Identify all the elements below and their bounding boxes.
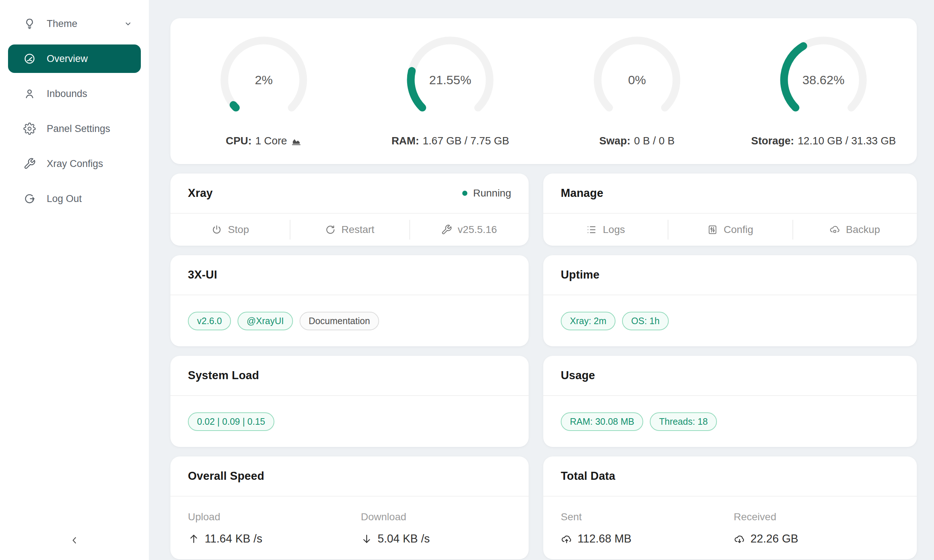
sidebar-item-label: Xray Configs — [47, 158, 103, 169]
power-icon — [211, 224, 222, 235]
cpu-gauge: 2% CPU: 1 Core — [170, 18, 357, 164]
chevron-left-icon — [69, 535, 80, 546]
swap-gauge-chart: 0% — [592, 34, 683, 125]
sidebar-item-label: Panel Settings — [47, 123, 110, 135]
restart-button[interactable]: Restart — [290, 214, 409, 246]
sidebar-item-theme[interactable]: Theme — [8, 9, 141, 38]
dashboard-icon — [23, 52, 36, 65]
storage-gauge-label: Storage: 12.10 GB / 31.33 GB — [751, 135, 896, 147]
wrench-icon — [23, 157, 36, 170]
xrayui-badge[interactable]: @XrayUI — [237, 312, 293, 330]
overall-speed-card-title: Overall Speed — [188, 469, 264, 483]
arrow-down-icon — [361, 533, 373, 545]
manage-card-title: Manage — [561, 187, 603, 200]
storage-gauge-value: 38.62% — [803, 73, 845, 87]
xray-card: Xray Running Stop Restart — [170, 174, 529, 246]
backup-button[interactable]: Backup — [792, 214, 917, 246]
ram-gauge-value: 21.55% — [429, 73, 472, 87]
documentation-badge[interactable]: Documentation — [299, 312, 379, 330]
chevron-down-icon — [123, 19, 133, 28]
version-badge[interactable]: v2.6.0 — [188, 312, 231, 330]
threads-badge: Threads: 18 — [650, 412, 717, 431]
swap-gauge-label: Swap: 0 B / 0 B — [599, 135, 675, 147]
upload-speed-value: 11.64 KB /s — [205, 532, 262, 545]
upload-speed-stat: Upload 11.64 KB /s — [188, 511, 361, 559]
xray-card-title: Xray — [188, 187, 213, 200]
download-speed-value: 5.04 KB /s — [378, 532, 430, 545]
sent-value: 112.68 MB — [578, 532, 632, 545]
cpu-gauge-value: 2% — [255, 73, 273, 87]
sidebar-item-label: Log Out — [47, 193, 82, 205]
config-icon — [707, 224, 718, 235]
total-data-card-title: Total Data — [561, 469, 615, 483]
xui-card-title: 3X-UI — [188, 268, 217, 282]
sidebar: Theme Overview Inbounds — [0, 0, 149, 560]
sidebar-item-label: Theme — [47, 18, 77, 29]
usage-card-title: Usage — [561, 369, 595, 382]
upload-label: Upload — [188, 511, 361, 523]
usage-card: Usage RAM: 30.08 MB Threads: 18 — [543, 356, 917, 447]
area-chart-icon[interactable] — [291, 135, 302, 146]
sidebar-item-overview[interactable]: Overview — [8, 45, 141, 73]
running-status-label: Running — [473, 188, 511, 199]
swap-gauge: 0% Swap: 0 B / 0 B — [544, 18, 731, 164]
xray-status: Running — [462, 188, 511, 199]
cpu-gauge-label: CPU: 1 Core — [226, 135, 302, 147]
xray-version-button[interactable]: v25.5.16 — [409, 214, 529, 246]
download-speed-stat: Download 5.04 KB /s — [361, 511, 529, 559]
received-stat: Received 22.26 GB — [734, 511, 907, 559]
uptime-card-title: Uptime — [561, 268, 600, 282]
config-button[interactable]: Config — [668, 214, 792, 246]
uptime-card: Uptime Xray: 2m OS: 1h — [543, 255, 917, 346]
xui-card: 3X-UI v2.6.0 @XrayUI Documentation — [170, 255, 529, 346]
arrow-up-icon — [188, 533, 200, 545]
backup-icon — [829, 224, 840, 235]
received-value: 22.26 GB — [751, 532, 798, 545]
user-icon — [23, 88, 36, 100]
ram-gauge-chart: 21.55% — [405, 34, 496, 125]
storage-gauge: 38.62% Storage: 12.10 GB / 31.33 GB — [731, 18, 917, 164]
load-average-badge: 0.02 | 0.09 | 0.15 — [188, 412, 274, 431]
logs-icon — [586, 224, 597, 235]
overall-speed-card: Overall Speed Upload 11.64 KB /s Downloa… — [170, 457, 529, 559]
restart-icon — [325, 224, 336, 235]
sidebar-collapse-button[interactable] — [0, 527, 149, 554]
sidebar-item-label: Inbounds — [47, 88, 87, 100]
cloud-upload-icon — [561, 533, 572, 545]
running-status-dot — [462, 191, 467, 196]
sidebar-item-log-out[interactable]: Log Out — [8, 185, 141, 213]
stop-button[interactable]: Stop — [170, 214, 290, 246]
ram-gauge-label: RAM: 1.67 GB / 7.75 GB — [391, 135, 509, 147]
storage-gauge-chart: 38.62% — [778, 34, 869, 125]
logout-icon — [23, 192, 36, 205]
os-uptime-badge: OS: 1h — [622, 312, 669, 330]
sent-stat: Sent 112.68 MB — [561, 511, 734, 559]
total-data-card: Total Data Sent 112.68 MB Received — [543, 457, 917, 559]
bulb-icon — [23, 17, 36, 30]
ram-gauge: 21.55% RAM: 1.67 GB / 7.75 GB — [357, 18, 544, 164]
ram-usage-badge: RAM: 30.08 MB — [561, 412, 643, 431]
cpu-gauge-chart: 2% — [218, 34, 310, 125]
sidebar-item-panel-settings[interactable]: Panel Settings — [8, 114, 141, 143]
logs-button[interactable]: Logs — [543, 214, 668, 246]
system-load-card-title: System Load — [188, 369, 259, 382]
system-gauges-card: 2% CPU: 1 Core 21.55% RAM: — [170, 18, 917, 164]
sent-label: Sent — [561, 511, 734, 523]
xray-uptime-badge: Xray: 2m — [561, 312, 615, 330]
sidebar-item-inbounds[interactable]: Inbounds — [8, 80, 141, 108]
gear-icon — [23, 123, 36, 135]
system-load-card: System Load 0.02 | 0.09 | 0.15 — [170, 356, 529, 447]
received-label: Received — [734, 511, 907, 523]
manage-card: Manage Logs Config — [543, 174, 917, 246]
download-label: Download — [361, 511, 529, 523]
main-content: 2% CPU: 1 Core 21.55% RAM: — [170, 0, 917, 559]
sidebar-item-xray-configs[interactable]: Xray Configs — [8, 149, 141, 178]
swap-gauge-value: 0% — [628, 73, 646, 87]
wrench-icon — [441, 224, 452, 235]
cloud-download-icon — [734, 533, 745, 545]
sidebar-item-label: Overview — [47, 53, 88, 65]
